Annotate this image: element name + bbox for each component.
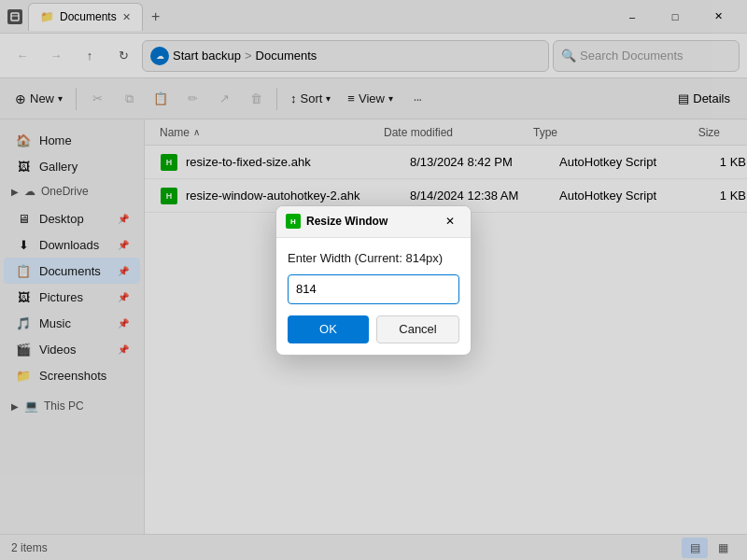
- resize-window-dialog: H Resize Window ✕ Enter Width (Current: …: [275, 205, 472, 356]
- width-input[interactable]: [288, 274, 459, 304]
- dialog-buttons: OK Cancel: [288, 315, 459, 343]
- ok-button[interactable]: OK: [288, 315, 369, 343]
- dialog-titlebar: H Resize Window ✕: [276, 206, 471, 238]
- dialog-title-text: Resize Window: [306, 215, 388, 228]
- dialog-label: Enter Width (Current: 814px): [288, 251, 459, 265]
- cancel-button[interactable]: Cancel: [376, 315, 459, 343]
- dialog-overlay: H Resize Window ✕ Enter Width (Current: …: [0, 0, 747, 560]
- dialog-body: Enter Width (Current: 814px) OK Cancel: [276, 238, 471, 355]
- dialog-title-icon: H: [286, 214, 301, 229]
- dialog-title-left: H Resize Window: [286, 214, 388, 229]
- dialog-close-button[interactable]: ✕: [439, 210, 461, 232]
